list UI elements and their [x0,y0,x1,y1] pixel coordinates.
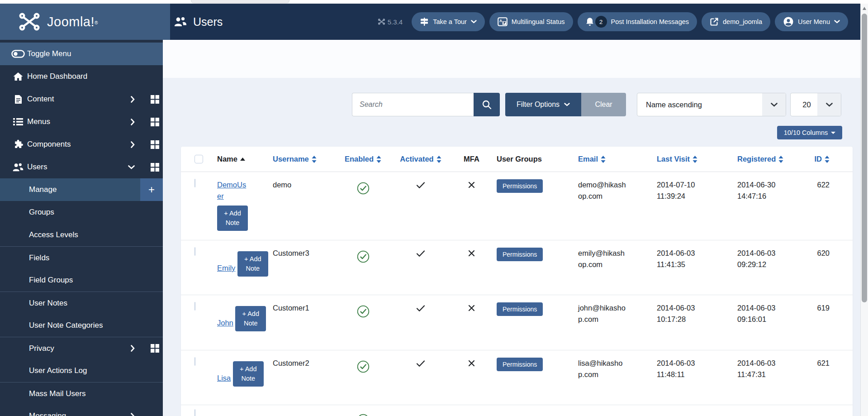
sidebar-item-menus[interactable]: Menus [0,110,163,133]
chevron-down-icon [564,103,570,106]
user-groups-badge[interactable]: Permissions [497,302,543,316]
sidebar-item-user-notes[interactable]: User Notes [0,292,163,314]
joomla-logo[interactable]: Joomla!® [0,4,170,40]
row-checkbox[interactable] [194,357,195,366]
enabled-check-circle-icon[interactable] [356,182,370,195]
add-note-button[interactable]: + Add Note [217,206,248,231]
select-all-checkbox[interactable] [194,155,203,163]
sidebar-item-label: Manage [29,185,57,194]
page-size-select[interactable]: 20 [790,93,841,116]
scrollbar-thumb[interactable] [862,14,867,302]
column-header-username[interactable]: Username [273,155,317,163]
enabled-check-circle-icon[interactable] [356,250,370,263]
sidebar-item-label: Privacy [29,344,54,353]
sidebar-item-field-groups[interactable]: Field Groups [0,269,163,292]
enabled-check-circle-icon [356,413,370,416]
email-cell: john@hikashop.com [578,302,626,325]
row-checkbox[interactable] [194,302,195,311]
sidebar-item-fields[interactable]: Fields [0,246,163,269]
registered-cell: 2014-06-3014:47:16 [732,179,801,240]
page-title: Users [193,15,223,29]
sort-select[interactable]: Name ascending [637,93,786,116]
enabled-check-circle-icon[interactable] [356,305,370,318]
sidebar-item-users[interactable]: Users [0,156,163,178]
dashboard-grid-icon[interactable] [151,140,159,149]
chevron-down-icon [762,93,786,116]
sidebar-item-mass-mail-users[interactable]: Mass Mail Users [0,382,163,405]
site-preview-button[interactable]: demo_joomla [702,12,770,31]
vertical-scrollbar[interactable] [860,4,868,416]
user-groups-badge[interactable]: Permissions [497,248,543,261]
sidebar-item-user-actions-log[interactable]: User Actions Log [0,359,163,382]
sidebar-item-label: Groups [29,208,54,217]
dashboard-grid-icon[interactable] [151,344,159,353]
filter-options-button[interactable]: Filter Options [505,93,581,116]
caret-down-icon [831,132,835,134]
enabled-check-circle-icon[interactable] [356,360,370,373]
sidebar-item-access-levels[interactable]: Access Levels [0,224,163,246]
clear-button[interactable]: Clear [581,93,626,116]
registered-cell: 2014-06-0309:16:01 [732,302,801,350]
user-name-link[interactable]: Lisa [217,373,231,384]
user-groups-badge[interactable]: Permissions [497,358,543,371]
home-icon [10,72,26,81]
add-note-button[interactable]: + Add Note [233,361,264,387]
multilingual-status-button[interactable]: A Multilingual Status [489,12,573,31]
columns-toggle-button[interactable]: 10/10 Columns [777,126,842,139]
user-name-link[interactable]: DemoUser [217,179,247,202]
post-installation-messages-button[interactable]: 2 Post Installation Messages [578,12,697,31]
email-cell: emily@hikashop.com [578,248,626,270]
users-icon [10,163,26,172]
sidebar-item-label: Users [27,163,47,172]
chevron-right-icon [131,119,135,125]
activated-check-icon[interactable] [416,250,425,257]
column-header-email[interactable]: Email [578,155,606,163]
row-checkbox[interactable] [194,247,195,256]
user-menu-button[interactable]: User Menu [775,12,848,31]
search-input[interactable] [352,93,474,116]
row-checkbox[interactable] [194,179,195,187]
column-header-registered[interactable]: Registered [737,155,783,163]
sidebar-item-home-dashboard[interactable]: Home Dashboard [0,65,163,88]
activated-check-icon[interactable] [416,305,425,312]
filter-options-label: Filter Options [517,100,560,109]
dashboard-grid-icon[interactable] [151,118,159,126]
column-header-enabled[interactable]: Enabled [345,155,381,163]
chevron-down-icon [817,93,841,116]
email-cell: demo@hikashop.com [578,179,626,202]
column-header-name[interactable]: Name [217,155,245,163]
sidebar-item-label: Messaging [29,411,66,416]
activated-check-icon[interactable] [416,360,425,367]
sidebar-item-groups[interactable]: Groups [0,201,163,224]
dashboard-grid-icon[interactable] [151,163,159,172]
add-note-button[interactable]: + Add Note [235,306,266,331]
sort-asc-icon [240,158,245,161]
take-a-tour-button[interactable]: Take a Tour [412,12,485,31]
sidebar-item-user-note-categories[interactable]: User Note Categories [0,314,163,337]
sidebar-item-manage[interactable]: Manage + [0,178,163,201]
column-header-last-visit[interactable]: Last Visit [657,155,697,163]
add-note-button[interactable]: + Add Note [237,251,268,277]
sidebar-item-label: Fields [29,253,49,263]
chevron-right-icon [131,345,135,352]
site-name-label: demo_joomla [723,18,762,25]
dashboard-grid-icon[interactable] [151,95,159,104]
scrollbar-up-arrow[interactable] [863,7,866,10]
user-name-link[interactable]: Emily [217,263,235,274]
column-header-id[interactable]: ID [815,155,830,163]
sidebar-item-toggle-menu[interactable]: Toggle Menu [0,43,163,65]
add-user-button[interactable]: + [140,178,163,201]
user-circle-icon [783,16,794,27]
sidebar-item-messaging[interactable]: Messaging [0,405,163,416]
user-groups-badge[interactable]: Permissions [497,179,543,193]
user-name-link[interactable]: John [217,317,233,329]
logo-wordmark: Joomla! [47,14,95,29]
column-header-activated[interactable]: Activated [400,155,441,163]
search-button[interactable] [474,93,500,116]
sidebar-item-privacy[interactable]: Privacy [0,337,163,359]
sort-icon [693,156,697,163]
row-checkbox[interactable] [194,409,195,416]
sidebar-item-components[interactable]: Components [0,133,163,156]
sidebar-item-content[interactable]: Content [0,88,163,110]
activated-check-icon[interactable] [416,182,425,189]
